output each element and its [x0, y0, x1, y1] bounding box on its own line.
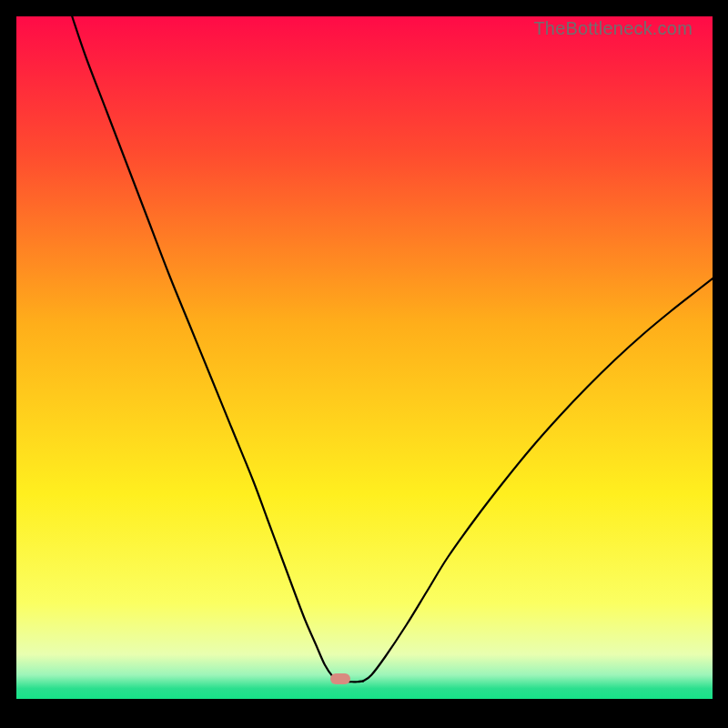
gradient-background — [16, 16, 713, 699]
bottleneck-chart — [16, 16, 713, 699]
optimal-marker — [330, 673, 350, 684]
watermark-text: TheBottleneck.com — [533, 18, 693, 39]
